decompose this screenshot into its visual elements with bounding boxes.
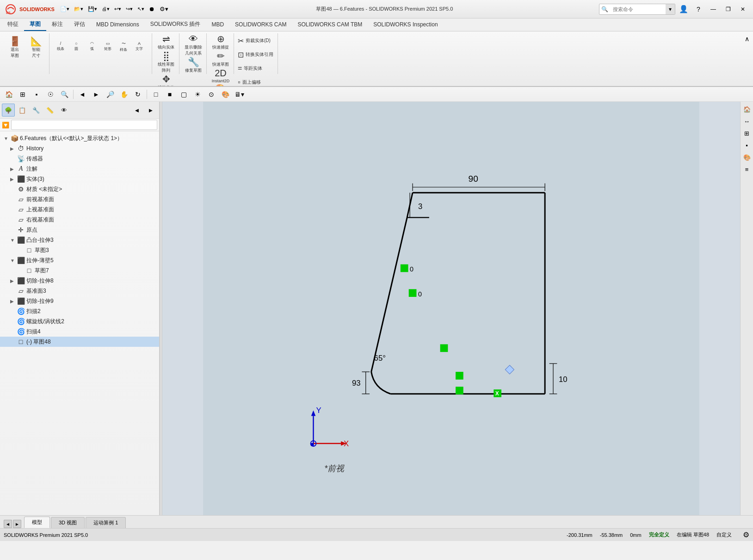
tree-item-sketch7[interactable]: ▶ □ 草图7 xyxy=(0,265,159,276)
redo-btn[interactable]: ↪▾ xyxy=(124,5,135,13)
history-expand[interactable]: ▶ xyxy=(10,146,17,151)
prev-view-btn[interactable]: ◄ xyxy=(76,88,88,100)
instant2d-btn[interactable]: 2D Instant2D xyxy=(210,68,231,83)
pointer-btn[interactable]: ↖▾ xyxy=(136,5,146,13)
tab-sketch[interactable]: 草图 xyxy=(24,18,46,31)
cut8-expand[interactable]: ▶ xyxy=(10,278,17,283)
view-orient-btn[interactable]: 🏠 xyxy=(3,88,15,100)
tree-item-right-plane[interactable]: ▶ ▱ 右视基准面 xyxy=(0,215,159,225)
tree-item-origin[interactable]: ▶ ✛ 原点 xyxy=(0,225,159,235)
move-entity-btn[interactable]: ✥ 移动实体 xyxy=(156,74,176,87)
restore-btn[interactable]: ❐ xyxy=(722,4,734,14)
tab-mbd-dimensions[interactable]: MBD Dimensions xyxy=(91,19,145,31)
shaded-btn[interactable]: ■ xyxy=(164,88,176,100)
tree-item-front-plane[interactable]: ▶ ▱ 前视基准面 xyxy=(0,194,159,204)
section-btn[interactable]: ⊙ xyxy=(205,88,217,100)
circle-btn[interactable]: ○圆 xyxy=(69,34,84,58)
ribbon-collapse-btn[interactable]: ∧ xyxy=(743,33,751,44)
display-state-btn[interactable]: 🎨 xyxy=(219,88,231,100)
spline-btn[interactable]: 〜样条 xyxy=(116,34,131,58)
tab-evaluate[interactable]: 评估 xyxy=(68,18,91,31)
quick-capture-btn[interactable]: ⊕ 快速捕捉 xyxy=(210,34,231,50)
rect-btn[interactable]: ▭矩形 xyxy=(100,34,115,58)
tree-item-plane3[interactable]: ▶ ▱ 基准面3 xyxy=(0,286,159,296)
tab-mbd[interactable]: MBD xyxy=(206,19,229,31)
tree-item-cut8[interactable]: ▶ ⬛ 切除-拉伸8 xyxy=(0,276,159,286)
tree-item-cut9[interactable]: ▶ ⬛ 切除-拉伸9 xyxy=(0,296,159,306)
feature-manager-btn[interactable]: 🌳 xyxy=(2,104,15,117)
line-tool-btn[interactable]: /线条 xyxy=(53,34,68,58)
linear-array-btn[interactable]: ⣿ 线性草图阵列 xyxy=(156,51,176,74)
bodies-expand[interactable]: ▶ xyxy=(10,177,17,182)
boss3-expand[interactable]: ▼ xyxy=(10,238,17,243)
rp-list-btn[interactable]: ≡ xyxy=(741,164,753,175)
tree-item-sketch3[interactable]: ▶ □ 草图3 xyxy=(0,245,159,255)
tree-item-bodies[interactable]: ▶ ⬛ 实体(3) xyxy=(0,174,159,184)
tab-nav-right-btn[interactable]: ► xyxy=(13,520,21,528)
view-settings-btn[interactable]: 🖥▾ xyxy=(233,88,245,100)
prev-panel-btn[interactable]: ◄ xyxy=(130,104,143,117)
rotate-btn[interactable]: ↻ xyxy=(132,88,144,100)
equal-btn[interactable]: =等距实体 xyxy=(238,62,275,75)
dim-expert-btn[interactable]: 📏 xyxy=(43,104,56,117)
quick-sketch-btn[interactable]: ✏ 快速草图 xyxy=(210,51,231,68)
tree-item-sensors[interactable]: ▶ 📡 传感器 xyxy=(0,154,159,164)
next-view-btn[interactable]: ► xyxy=(90,88,102,100)
config-manager-btn[interactable]: 🔧 xyxy=(30,104,43,117)
search-dropdown-btn[interactable]: ▾ xyxy=(666,4,675,15)
section-view-btn[interactable]: ⊞ xyxy=(17,88,29,100)
save-btn[interactable]: 💾▾ xyxy=(86,5,99,13)
rp-display-btn[interactable]: ▪ xyxy=(741,140,753,151)
show-hide-btn[interactable]: 👁 显示/删除几何关系 xyxy=(183,34,204,56)
lighting-btn[interactable]: ☀ xyxy=(191,88,204,100)
hide-show-btn[interactable]: ☉ xyxy=(44,88,56,100)
zoom-btn[interactable]: 🔎 xyxy=(104,88,116,100)
close-btn[interactable]: ✕ xyxy=(736,4,749,14)
zoom-fit-btn[interactable]: 🔍 xyxy=(58,88,70,100)
tree-item-extrude5[interactable]: ▼ ⬛ 拉伸-薄壁5 xyxy=(0,255,159,265)
exit-sketch-btn[interactable]: 🚪 退出草图 xyxy=(5,34,25,61)
repair-sketch-btn[interactable]: 🔧 修复草图 xyxy=(183,57,204,74)
tree-item-boss3[interactable]: ▼ ⬛ 凸台-拉伸3 xyxy=(0,235,159,245)
tree-root[interactable]: ▼ 📦 6.Features（默认<<默认>_显示状态 1>） xyxy=(0,133,159,143)
rp-section-btn[interactable]: ⊞ xyxy=(741,128,753,139)
rp-color-btn[interactable]: 🎨 xyxy=(741,152,753,163)
face-btn[interactable]: ▫面上偏移 xyxy=(238,76,275,87)
tab-3d-view[interactable]: 3D 视图 xyxy=(51,517,85,528)
smart-dim-btn[interactable]: 📐 智能尺寸 xyxy=(26,34,46,61)
tree-item-material[interactable]: ▶ ⚙ 材质 <未指定> xyxy=(0,184,159,194)
tab-feature[interactable]: 特征 xyxy=(2,18,24,31)
tab-sw-inspection[interactable]: SOLIDWORKS Inspection xyxy=(368,19,443,31)
mirror-btn[interactable]: ⇌ 镜向实体 xyxy=(156,34,176,50)
search-box[interactable]: 🔍 ▾ xyxy=(599,4,675,15)
tab-annotation[interactable]: 标注 xyxy=(46,18,68,31)
arc-btn[interactable]: ◠弧 xyxy=(85,34,99,58)
annotations-expand[interactable]: ▶ xyxy=(10,166,17,172)
filter-input[interactable] xyxy=(11,120,157,130)
tree-item-sweep2[interactable]: ▶ 🌀 扫描2 xyxy=(0,306,159,316)
tab-motion1[interactable]: 运动算例 1 xyxy=(86,517,126,528)
tab-model[interactable]: 模型 xyxy=(24,517,50,528)
convert-btn[interactable]: ⊡转换实体引用 xyxy=(238,48,275,61)
tree-item-annotations[interactable]: ▶ A 注解 xyxy=(0,164,159,174)
tree-item-sketch48[interactable]: ▶ □ (-) 草图48 xyxy=(0,337,159,347)
tree-item-helix2[interactable]: ▶ 🌀 螺旋线/涡状线2 xyxy=(0,316,159,326)
search-input[interactable] xyxy=(610,6,666,12)
tree-item-history[interactable]: ▶ ⏱ History xyxy=(0,143,159,154)
display-manager-btn[interactable]: 👁 xyxy=(57,104,70,117)
cut9-expand[interactable]: ▶ xyxy=(10,299,17,304)
help-btn[interactable]: ? xyxy=(692,3,705,16)
options-btn[interactable]: ⚙▾ xyxy=(158,5,170,13)
tab-sw-cam-tbm[interactable]: SOLIDWORKS CAM TBM xyxy=(292,19,368,31)
trim-btn[interactable]: ✂剪裁实体(D) xyxy=(238,34,275,47)
root-expand[interactable]: ▼ xyxy=(4,136,10,141)
new-btn[interactable]: 📄▾ xyxy=(58,5,71,13)
tab-nav-left-btn[interactable]: ◄ xyxy=(4,520,12,528)
property-manager-btn[interactable]: 📋 xyxy=(16,104,29,117)
print-btn[interactable]: 🖨▾ xyxy=(100,5,111,13)
hidden-lines-btn[interactable]: □ xyxy=(150,88,162,100)
rp-expand-btn[interactable]: ↔ xyxy=(741,116,753,127)
tree-item-top-plane[interactable]: ▶ ▱ 上视基准面 xyxy=(0,204,159,215)
minimize-btn[interactable]: — xyxy=(707,4,720,14)
viewport[interactable]: 🔍 🔎 ⊡ ⊞ ▽ ⬚ ▪ 👁 ☀ 🎨 📷 🖥▾ xyxy=(162,102,740,515)
